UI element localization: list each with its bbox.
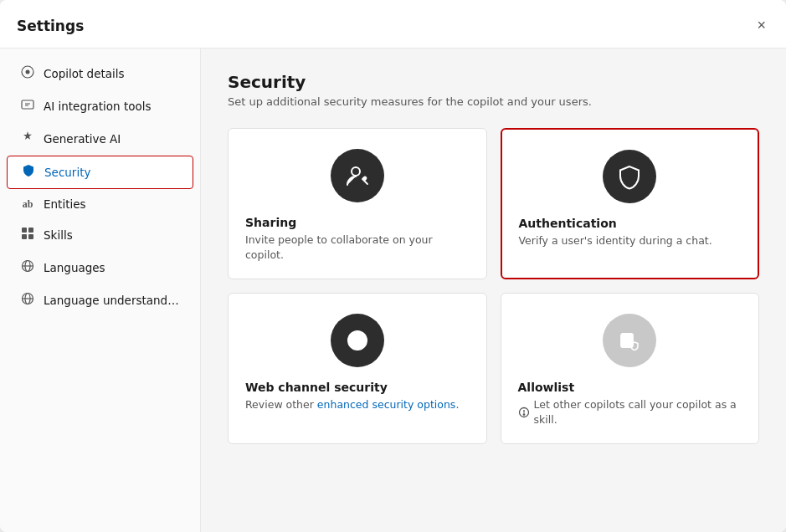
svg-point-25 xyxy=(523,413,524,414)
authentication-title: Authentication xyxy=(519,217,617,230)
svg-point-13 xyxy=(352,167,360,176)
page-subtitle: Set up additional security measures for … xyxy=(228,95,759,108)
card-sharing[interactable]: SharingInvite people to collaborate on y… xyxy=(228,128,487,279)
modal-body: Copilot detailsAI integration toolsGener… xyxy=(0,49,786,532)
sidebar-item-language-understanding[interactable]: Language understandin... xyxy=(7,284,193,316)
entities-icon: ab xyxy=(20,198,35,211)
sidebar-item-label-generative-ai: Generative AI xyxy=(44,132,121,146)
cards-grid: SharingInvite people to collaborate on y… xyxy=(228,128,759,444)
ai-integration-tools-icon xyxy=(20,98,35,115)
sidebar-item-label-copilot-details: Copilot details xyxy=(44,67,125,80)
settings-modal: Settings × Copilot detailsAI integration… xyxy=(0,0,786,532)
web-channel-security-icon-circle xyxy=(331,314,384,367)
sidebar-item-label-security: Security xyxy=(44,166,90,179)
sidebar-item-copilot-details[interactable]: Copilot details xyxy=(7,58,193,90)
close-button[interactable]: × xyxy=(753,13,769,38)
sidebar-item-skills[interactable]: Skills xyxy=(7,219,193,251)
sidebar-item-security[interactable]: Security xyxy=(7,156,193,189)
languages-icon xyxy=(20,259,35,276)
svg-rect-4 xyxy=(28,228,33,233)
sidebar-item-label-entities: Entities xyxy=(44,197,86,211)
modal-header: Settings × xyxy=(0,0,786,49)
allowlist-desc-text: Let other copilots call your copilot as … xyxy=(534,397,742,427)
skills-icon xyxy=(20,227,35,243)
sidebar-item-ai-integration-tools[interactable]: AI integration tools xyxy=(7,90,193,122)
sidebar-item-label-ai-integration-tools: AI integration tools xyxy=(44,100,152,113)
allowlist-icon xyxy=(518,407,530,418)
page-title: Security xyxy=(228,72,759,92)
authentication-icon-circle xyxy=(603,150,656,203)
generative-ai-icon xyxy=(20,130,35,147)
sidebar-item-label-languages: Languages xyxy=(44,261,105,274)
sidebar: Copilot detailsAI integration toolsGener… xyxy=(0,49,201,532)
sidebar-item-label-skills: Skills xyxy=(44,228,73,242)
svg-rect-5 xyxy=(22,234,27,239)
sharing-title: Sharing xyxy=(245,216,296,229)
sharing-icon-circle xyxy=(331,149,384,202)
card-allowlist[interactable]: Allowlist Let other copilots call your c… xyxy=(501,293,760,444)
svg-rect-2 xyxy=(22,100,33,109)
svg-rect-3 xyxy=(22,228,27,233)
card-authentication[interactable]: AuthenticationVerify a user's identity d… xyxy=(501,128,760,279)
sharing-description: Invite people to collaborate on your cop… xyxy=(245,233,470,262)
modal-title: Settings xyxy=(17,18,84,34)
web-channel-security-description: Review other enhanced security options. xyxy=(245,397,459,412)
sidebar-item-generative-ai[interactable]: Generative AI xyxy=(7,123,193,155)
web-channel-security-title: Web channel security xyxy=(245,381,388,394)
allowlist-description: Let other copilots call your copilot as … xyxy=(518,397,742,427)
card-web-channel-security[interactable]: Web channel securityReview other enhance… xyxy=(228,293,487,444)
sidebar-item-entities[interactable]: abEntities xyxy=(7,190,193,218)
allowlist-title: Allowlist xyxy=(518,381,575,394)
main-content: Security Set up additional security meas… xyxy=(201,49,786,532)
language-understanding-icon xyxy=(20,292,35,309)
svg-rect-6 xyxy=(28,234,33,239)
sidebar-item-languages[interactable]: Languages xyxy=(7,252,193,284)
allowlist-icon-circle xyxy=(603,314,656,367)
security-icon xyxy=(21,164,36,181)
authentication-description: Verify a user's identity during a chat. xyxy=(519,233,712,248)
svg-point-1 xyxy=(26,70,30,74)
copilot-details-icon xyxy=(20,65,35,82)
sidebar-item-label-language-understanding: Language understandin... xyxy=(44,294,180,307)
